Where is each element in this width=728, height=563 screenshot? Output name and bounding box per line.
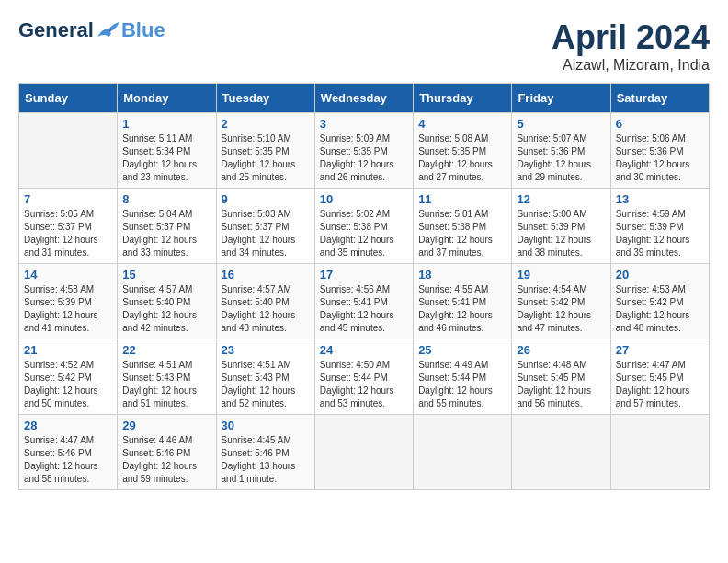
- day-number: 3: [320, 117, 408, 131]
- day-header-monday: Monday: [118, 84, 216, 113]
- calendar-cell: 17Sunrise: 4:56 AM Sunset: 5:41 PM Dayli…: [314, 264, 413, 339]
- calendar-cell: 22Sunrise: 4:51 AM Sunset: 5:43 PM Dayli…: [118, 339, 216, 415]
- day-info: Sunrise: 4:51 AM Sunset: 5:43 PM Dayligh…: [122, 359, 210, 410]
- day-info: Sunrise: 4:57 AM Sunset: 5:40 PM Dayligh…: [122, 283, 210, 335]
- day-number: 14: [24, 268, 112, 282]
- calendar-cell: 27Sunrise: 4:47 AM Sunset: 5:45 PM Dayli…: [610, 339, 709, 415]
- calendar-cell: 24Sunrise: 4:50 AM Sunset: 5:44 PM Dayli…: [314, 339, 413, 415]
- day-number: 22: [122, 343, 210, 357]
- day-info: Sunrise: 5:03 AM Sunset: 5:37 PM Dayligh…: [222, 208, 310, 259]
- calendar-cell: 5Sunrise: 5:07 AM Sunset: 5:36 PM Daylig…: [512, 113, 610, 189]
- day-header-sunday: Sunday: [19, 84, 118, 113]
- calendar-cell: 7Sunrise: 5:05 AM Sunset: 5:37 PM Daylig…: [19, 189, 118, 264]
- day-number: 12: [517, 192, 605, 206]
- day-number: 21: [24, 343, 112, 357]
- day-number: 28: [24, 419, 112, 432]
- day-number: 5: [517, 117, 605, 131]
- calendar-table: SundayMondayTuesdayWednesdayThursdayFrid…: [18, 83, 710, 490]
- day-info: Sunrise: 4:47 AM Sunset: 5:46 PM Dayligh…: [24, 434, 112, 486]
- calendar-cell: 28Sunrise: 4:47 AM Sunset: 5:46 PM Dayli…: [19, 415, 118, 490]
- calendar-cell: 10Sunrise: 5:02 AM Sunset: 5:38 PM Dayli…: [314, 189, 413, 264]
- calendar-cell: 4Sunrise: 5:08 AM Sunset: 5:35 PM Daylig…: [414, 113, 512, 189]
- logo-general-text: General: [18, 18, 94, 42]
- calendar-cell: 6Sunrise: 5:06 AM Sunset: 5:36 PM Daylig…: [610, 113, 709, 189]
- calendar-cell: 21Sunrise: 4:52 AM Sunset: 5:42 PM Dayli…: [19, 339, 118, 415]
- day-number: 8: [122, 192, 210, 206]
- day-number: 11: [418, 192, 506, 206]
- day-number: 7: [24, 192, 112, 206]
- day-info: Sunrise: 4:58 AM Sunset: 5:39 PM Dayligh…: [24, 283, 112, 335]
- calendar-cell: 14Sunrise: 4:58 AM Sunset: 5:39 PM Dayli…: [19, 264, 118, 339]
- calendar-week-row: 7Sunrise: 5:05 AM Sunset: 5:37 PM Daylig…: [19, 189, 710, 264]
- day-info: Sunrise: 4:48 AM Sunset: 5:45 PM Dayligh…: [517, 359, 605, 410]
- logo-blue-text: Blue: [121, 18, 165, 42]
- calendar-week-row: 1Sunrise: 5:11 AM Sunset: 5:34 PM Daylig…: [19, 113, 710, 189]
- calendar-cell: 1Sunrise: 5:11 AM Sunset: 5:34 PM Daylig…: [118, 113, 216, 189]
- calendar-cell: 16Sunrise: 4:57 AM Sunset: 5:40 PM Dayli…: [216, 264, 314, 339]
- day-header-thursday: Thursday: [414, 84, 512, 113]
- day-number: 1: [122, 117, 210, 131]
- day-number: 20: [616, 268, 704, 282]
- day-number: 18: [418, 268, 506, 282]
- title-block: April 2024 Aizawl, Mizoram, India: [552, 18, 710, 74]
- calendar-cell: 25Sunrise: 4:49 AM Sunset: 5:44 PM Dayli…: [414, 339, 512, 415]
- calendar-cell: 9Sunrise: 5:03 AM Sunset: 5:37 PM Daylig…: [216, 189, 314, 264]
- day-info: Sunrise: 5:08 AM Sunset: 5:35 PM Dayligh…: [418, 132, 506, 184]
- day-info: Sunrise: 4:47 AM Sunset: 5:45 PM Dayligh…: [616, 359, 704, 410]
- calendar-cell: 3Sunrise: 5:09 AM Sunset: 5:35 PM Daylig…: [314, 113, 413, 189]
- day-number: 26: [517, 343, 605, 357]
- day-number: 13: [616, 192, 704, 206]
- day-number: 19: [517, 268, 605, 282]
- calendar-cell: 11Sunrise: 5:01 AM Sunset: 5:38 PM Dayli…: [414, 189, 512, 264]
- day-info: Sunrise: 4:59 AM Sunset: 5:39 PM Dayligh…: [616, 208, 704, 259]
- calendar-header-row: SundayMondayTuesdayWednesdayThursdayFrid…: [19, 84, 710, 113]
- day-info: Sunrise: 5:04 AM Sunset: 5:37 PM Dayligh…: [122, 208, 210, 259]
- day-number: 27: [616, 343, 704, 357]
- day-number: 6: [616, 117, 704, 131]
- calendar-cell: 8Sunrise: 5:04 AM Sunset: 5:37 PM Daylig…: [118, 189, 216, 264]
- day-info: Sunrise: 4:54 AM Sunset: 5:42 PM Dayligh…: [517, 283, 605, 335]
- day-header-wednesday: Wednesday: [314, 84, 413, 113]
- day-info: Sunrise: 4:45 AM Sunset: 5:46 PM Dayligh…: [222, 434, 310, 486]
- logo-bird-icon: [96, 20, 121, 40]
- calendar-cell: 20Sunrise: 4:53 AM Sunset: 5:42 PM Dayli…: [610, 264, 709, 339]
- day-info: Sunrise: 5:11 AM Sunset: 5:34 PM Dayligh…: [122, 132, 210, 184]
- day-info: Sunrise: 5:01 AM Sunset: 5:38 PM Dayligh…: [418, 208, 506, 259]
- day-info: Sunrise: 5:10 AM Sunset: 5:35 PM Dayligh…: [222, 132, 310, 184]
- day-info: Sunrise: 4:53 AM Sunset: 5:42 PM Dayligh…: [616, 283, 704, 335]
- calendar-cell: 29Sunrise: 4:46 AM Sunset: 5:46 PM Dayli…: [118, 415, 216, 490]
- calendar-week-row: 21Sunrise: 4:52 AM Sunset: 5:42 PM Dayli…: [19, 339, 710, 415]
- day-info: Sunrise: 5:09 AM Sunset: 5:35 PM Dayligh…: [320, 132, 408, 184]
- day-info: Sunrise: 5:07 AM Sunset: 5:36 PM Dayligh…: [517, 132, 605, 184]
- calendar-cell: [414, 415, 512, 490]
- calendar-week-row: 28Sunrise: 4:47 AM Sunset: 5:46 PM Dayli…: [19, 415, 710, 490]
- day-header-saturday: Saturday: [610, 84, 709, 113]
- day-info: Sunrise: 4:50 AM Sunset: 5:44 PM Dayligh…: [320, 359, 408, 410]
- calendar-cell: 26Sunrise: 4:48 AM Sunset: 5:45 PM Dayli…: [512, 339, 610, 415]
- day-number: 29: [122, 419, 210, 432]
- month-title: April 2024: [552, 18, 710, 57]
- day-number: 2: [222, 117, 310, 131]
- day-number: 9: [222, 192, 310, 206]
- day-number: 10: [320, 192, 408, 206]
- day-info: Sunrise: 4:51 AM Sunset: 5:43 PM Dayligh…: [222, 359, 310, 410]
- logo: General Blue: [18, 18, 165, 42]
- day-info: Sunrise: 4:52 AM Sunset: 5:42 PM Dayligh…: [24, 359, 112, 410]
- calendar-cell: [512, 415, 610, 490]
- day-number: 23: [222, 343, 310, 357]
- calendar-cell: 12Sunrise: 5:00 AM Sunset: 5:39 PM Dayli…: [512, 189, 610, 264]
- day-header-friday: Friday: [512, 84, 610, 113]
- day-info: Sunrise: 4:57 AM Sunset: 5:40 PM Dayligh…: [222, 283, 310, 335]
- calendar-cell: 13Sunrise: 4:59 AM Sunset: 5:39 PM Dayli…: [610, 189, 709, 264]
- calendar-cell: 19Sunrise: 4:54 AM Sunset: 5:42 PM Dayli…: [512, 264, 610, 339]
- day-number: 16: [222, 268, 310, 282]
- calendar-cell: 18Sunrise: 4:55 AM Sunset: 5:41 PM Dayli…: [414, 264, 512, 339]
- day-number: 4: [418, 117, 506, 131]
- calendar-cell: [314, 415, 413, 490]
- day-info: Sunrise: 4:55 AM Sunset: 5:41 PM Dayligh…: [418, 283, 506, 335]
- day-number: 15: [122, 268, 210, 282]
- day-number: 24: [320, 343, 408, 357]
- day-info: Sunrise: 4:56 AM Sunset: 5:41 PM Dayligh…: [320, 283, 408, 335]
- day-number: 25: [418, 343, 506, 357]
- calendar-cell: 2Sunrise: 5:10 AM Sunset: 5:35 PM Daylig…: [216, 113, 314, 189]
